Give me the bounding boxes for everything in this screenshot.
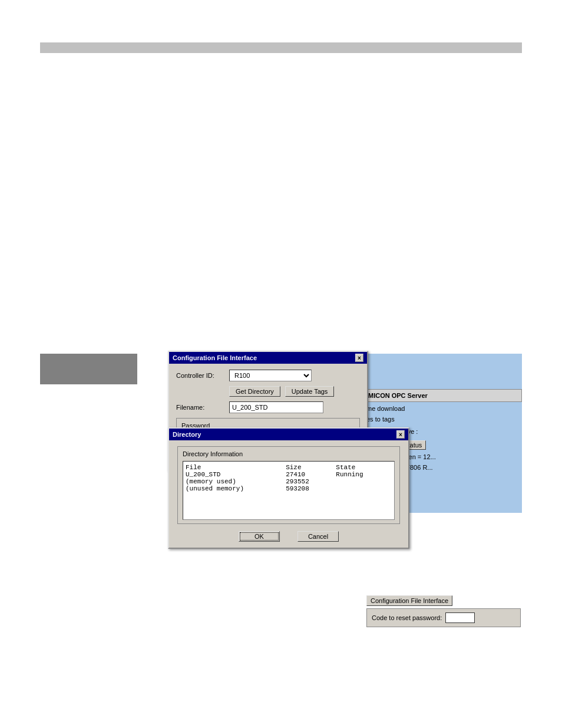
cell-size: 593208 xyxy=(286,485,336,492)
sidebar-block xyxy=(40,354,137,384)
cfi-button-right[interactable]: Configuration File Interface xyxy=(366,595,452,606)
cfi-close-button[interactable]: × xyxy=(355,354,363,362)
directory-cancel-button[interactable]: Cancel xyxy=(297,531,339,542)
right-line2: es to tags xyxy=(366,414,521,425)
cell-file: (unused memory) xyxy=(186,485,286,492)
directory-info-legend: Directory Information xyxy=(183,450,395,457)
directory-ok-button[interactable]: OK xyxy=(239,531,280,542)
col-state: State xyxy=(336,464,392,471)
get-directory-button[interactable]: Get Directory xyxy=(229,386,280,397)
filename-label: Filename: xyxy=(176,404,229,411)
controller-id-select[interactable]: R100 R200 R300 xyxy=(229,370,312,381)
cell-state: Running xyxy=(336,471,392,478)
opc-server-bar: MICON OPC Server xyxy=(365,389,522,402)
cell-file: (memory used) xyxy=(186,478,286,485)
cfi-button-row: Get Directory Update Tags xyxy=(229,386,360,397)
table-row: U_200_STD27410Running xyxy=(186,471,392,478)
filename-input[interactable] xyxy=(229,401,323,413)
table-row: (unused memory)593208 xyxy=(186,485,392,492)
controller-id-row: Controller ID: R100 R200 R300 xyxy=(176,370,360,381)
code-input[interactable] xyxy=(445,612,475,623)
cell-size: 293552 xyxy=(286,478,336,485)
cfi-dialog-title: Configuration File Interface xyxy=(173,354,257,361)
code-label: Code to reset password: xyxy=(372,614,442,621)
password-right-group: Code to reset password: xyxy=(366,608,521,627)
controller-id-label: Controller ID: xyxy=(176,372,229,379)
directory-dialog-titlebar: Directory × xyxy=(169,429,408,440)
directory-dialog: Directory × Directory Information File S… xyxy=(168,427,409,549)
cell-size: 27410 xyxy=(286,471,336,478)
directory-close-button[interactable]: × xyxy=(396,430,405,439)
directory-info-group: Directory Information File Size State U_… xyxy=(177,446,400,524)
table-row: (memory used)293552 xyxy=(186,478,392,485)
cell-file: U_200_STD xyxy=(186,471,286,478)
opc-server-label: MICON OPC Server xyxy=(368,392,428,399)
directory-dialog-body: Directory Information File Size State U_… xyxy=(169,440,408,548)
directory-table: File Size State U_200_STD27410Running(me… xyxy=(186,464,392,492)
right-line1: me download xyxy=(366,404,521,414)
right-bottom-section: Configuration File Interface Code to res… xyxy=(366,595,521,627)
cell-state xyxy=(336,485,392,492)
directory-dialog-title: Directory xyxy=(173,431,201,438)
cfi-dialog-titlebar: Configuration File Interface × xyxy=(169,352,367,364)
filename-row: Filename: xyxy=(176,401,360,413)
directory-listbox[interactable]: File Size State U_200_STD27410Running(me… xyxy=(183,461,395,520)
col-size: Size xyxy=(286,464,336,471)
update-tags-button[interactable]: Update Tags xyxy=(285,386,335,397)
directory-button-row: OK Cancel xyxy=(177,531,400,542)
top-bar xyxy=(40,42,522,53)
col-file: File xyxy=(186,464,286,471)
cell-state xyxy=(336,478,392,485)
